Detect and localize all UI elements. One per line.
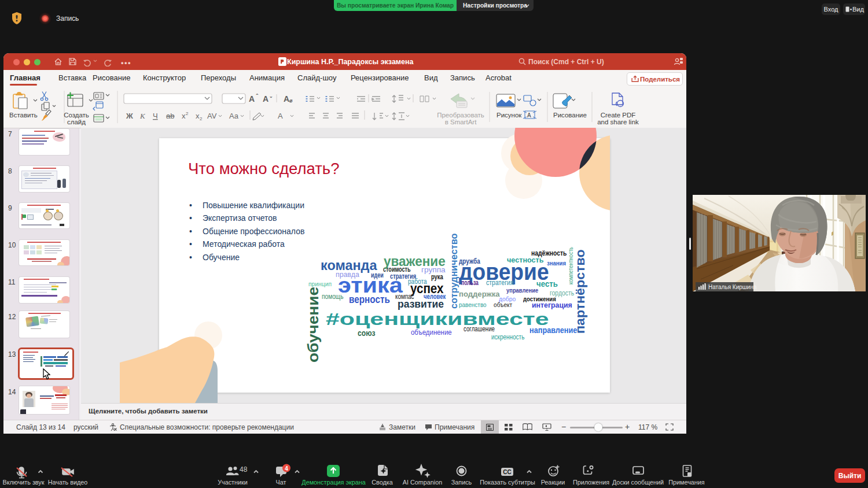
svg-text:2: 2: [200, 116, 203, 121]
svg-text:⌃: ⌃: [255, 93, 259, 98]
svg-text:К: К: [139, 112, 146, 120]
svg-text:Ж: Ж: [126, 112, 133, 120]
svg-text:AI Companion: AI Companion: [403, 479, 442, 486]
svg-text:Aa: Aa: [229, 112, 239, 120]
svg-text:CC: CC: [503, 469, 511, 475]
svg-text:Включить звук: Включить звук: [2, 479, 44, 486]
svg-text:Приложения: Приложения: [573, 479, 609, 486]
svg-text:⌄: ⌄: [269, 94, 273, 99]
svg-text:А: А: [527, 112, 531, 119]
svg-text:Преобразовать: Преобразовать: [437, 112, 484, 119]
svg-text:Показать субтитры: Показать субтитры: [480, 479, 535, 486]
svg-text:Рисунок: Рисунок: [496, 112, 522, 119]
svg-text:Чат: Чат: [276, 479, 286, 486]
svg-text:x: x: [196, 112, 200, 120]
svg-text:Ч: Ч: [153, 112, 158, 120]
svg-text:x: x: [182, 112, 186, 120]
svg-text:Демонстрация экрана: Демонстрация экрана: [301, 479, 365, 486]
svg-text:⌀: ⌀: [289, 98, 293, 103]
svg-text:Сводка: Сводка: [372, 479, 392, 486]
svg-text:48: 48: [240, 465, 248, 474]
svg-text:4: 4: [285, 465, 288, 472]
svg-text:A: A: [278, 112, 283, 120]
svg-text:A: A: [249, 94, 255, 103]
svg-text:Рисование: Рисование: [553, 112, 587, 119]
svg-text:Примечания: Примечания: [668, 479, 704, 486]
svg-text:A: A: [284, 94, 289, 103]
svg-text:Участники: Участники: [218, 479, 248, 486]
svg-text:Create PDF: Create PDF: [601, 112, 636, 119]
svg-text:Реакции: Реакции: [541, 479, 565, 486]
svg-text:2: 2: [186, 111, 189, 116]
svg-text:AV: AV: [207, 112, 217, 120]
svg-text:A: A: [263, 94, 269, 103]
svg-text:Наталья Киршина: Наталья Киршина: [708, 284, 757, 290]
svg-text:Запись: Запись: [451, 479, 472, 486]
svg-text:в SmartArt: в SmartArt: [445, 119, 477, 125]
svg-text:and share link: and share link: [597, 119, 639, 125]
svg-text:Доски сообщений: Доски сообщений: [612, 479, 664, 486]
svg-text:Начать видео: Начать видео: [48, 479, 88, 486]
svg-text:ab: ab: [166, 112, 174, 120]
svg-text:Выйти: Выйти: [838, 472, 862, 480]
